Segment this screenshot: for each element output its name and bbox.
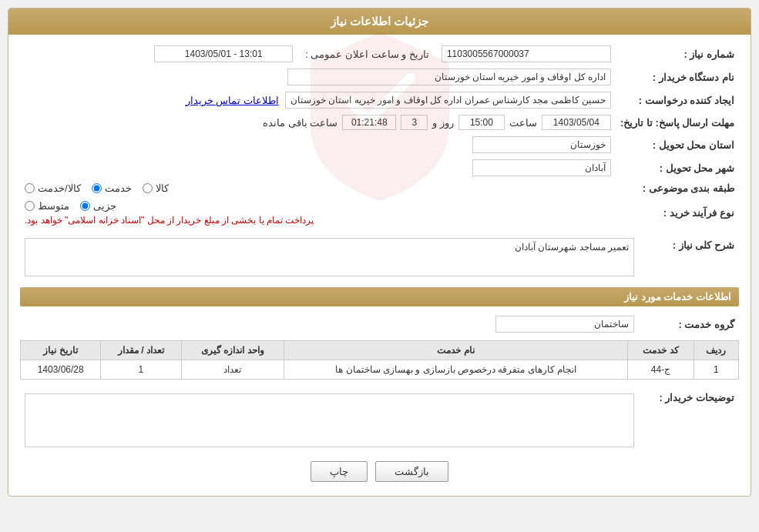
cell-4: 1 <box>101 360 181 380</box>
announce-label: تاریخ و ساعت اعلان عمومی : <box>297 49 437 60</box>
table-row: 1ج-44انجام کارهای متفرقه درخصوص بازسازی … <box>21 360 739 380</box>
service-group-label: گروه خدمت : <box>639 313 739 336</box>
purchase-medium-option: متوسط <box>25 200 69 212</box>
creator-name-value: حسین کاظمی مجد کارشناس عمران اداره کل او… <box>285 92 611 109</box>
col-quantity: تعداد / مقدار <box>101 341 181 360</box>
col-name: نام خدمت <box>284 341 628 360</box>
category-both-radio[interactable] <box>25 183 35 193</box>
need-number-label: شماره نیاز : <box>616 42 739 65</box>
category-goods-radio[interactable] <box>143 183 153 193</box>
purchase-partial-text: جزیی <box>93 200 116 212</box>
category-service-option: خدمت <box>92 182 132 194</box>
purchase-partial-radio[interactable] <box>80 201 90 211</box>
buyer-org-label: نام دستگاه خریدار : <box>616 65 739 89</box>
cell-5: 1403/06/28 <box>21 360 101 380</box>
print-button[interactable]: چاپ <box>311 461 368 482</box>
cell-0: 1 <box>694 360 738 380</box>
creator-contact-link[interactable]: اطلاعات تماس خریدار <box>186 95 279 106</box>
city-label: شهر محل تحویل : <box>616 156 739 179</box>
page-title: جزئیات اطلاعات نیاز <box>8 8 751 35</box>
deadline-remaining-value: 01:21:48 <box>342 115 396 130</box>
category-service-radio[interactable] <box>92 183 102 193</box>
category-both-text: کالا/خدمت <box>38 182 81 194</box>
col-code: کد خدمت <box>628 341 694 360</box>
day-label-static: روز و <box>432 117 454 129</box>
province-label: استان محل تحویل : <box>616 133 739 156</box>
creator-label: ایجاد کننده درخواست : <box>616 89 739 112</box>
city-value: آبادان <box>472 159 611 176</box>
purchase-partial-option: جزیی <box>80 200 116 212</box>
description-label: شرح کلی نیاز : <box>639 235 739 279</box>
buyer-notes-label: توضیحات خریدار : <box>639 387 739 450</box>
col-unit: واحد اندازه گیری <box>181 341 284 360</box>
time-label-static: ساعت <box>509 117 537 129</box>
province-value: خوزستان <box>472 136 611 153</box>
back-button[interactable]: بازگشت <box>375 461 448 482</box>
deadline-time-value: 15:00 <box>458 115 505 130</box>
need-number-value: 1103005567000037 <box>442 45 611 62</box>
remaining-label-static: ساعت باقی مانده <box>263 117 338 129</box>
send-date-label: مهلت ارسال پاسخ: تا تاریخ: <box>616 112 739 133</box>
services-section-header: اطلاعات خدمات مورد نیاز <box>20 287 739 306</box>
category-goods-option: کالا <box>143 182 169 194</box>
category-both-option: کالا/خدمت <box>25 182 81 194</box>
deadline-days-value: 3 <box>401 115 428 130</box>
category-goods-text: کالا <box>156 182 169 194</box>
purchase-medium-text: متوسط <box>38 200 69 212</box>
service-group-value: ساختمان <box>495 316 634 333</box>
col-row: ردیف <box>694 341 738 360</box>
cell-1: ج-44 <box>628 360 694 380</box>
purchase-medium-radio[interactable] <box>25 201 35 211</box>
announce-datetime-value: 1403/05/01 - 13:01 <box>154 45 293 62</box>
description-box: تعمیر مساجد شهرستان آبادان <box>25 238 634 276</box>
buyer-org-value: اداره کل اوقاف و امور خیریه استان خوزستا… <box>287 69 611 85</box>
col-date: تاریخ نیاز <box>21 341 101 360</box>
services-table: ردیف کد خدمت نام خدمت واحد اندازه گیری ت… <box>20 340 739 380</box>
cell-3: تعداد <box>181 360 284 380</box>
purchase-notice-text: پرداخت تمام یا بخشی از مبلغ خریدار از مح… <box>25 215 314 226</box>
category-service-text: خدمت <box>105 182 132 194</box>
purchase-type-label: نوع فرآیند خرید : <box>616 197 739 229</box>
cell-2: انجام کارهای متفرقه درخصوص بازسازی و بهس… <box>284 360 628 380</box>
category-label: طبقه بندی موضوعی : <box>616 179 739 197</box>
deadline-date-value: 1403/05/04 <box>542 115 611 130</box>
buyer-notes-box <box>25 393 634 447</box>
